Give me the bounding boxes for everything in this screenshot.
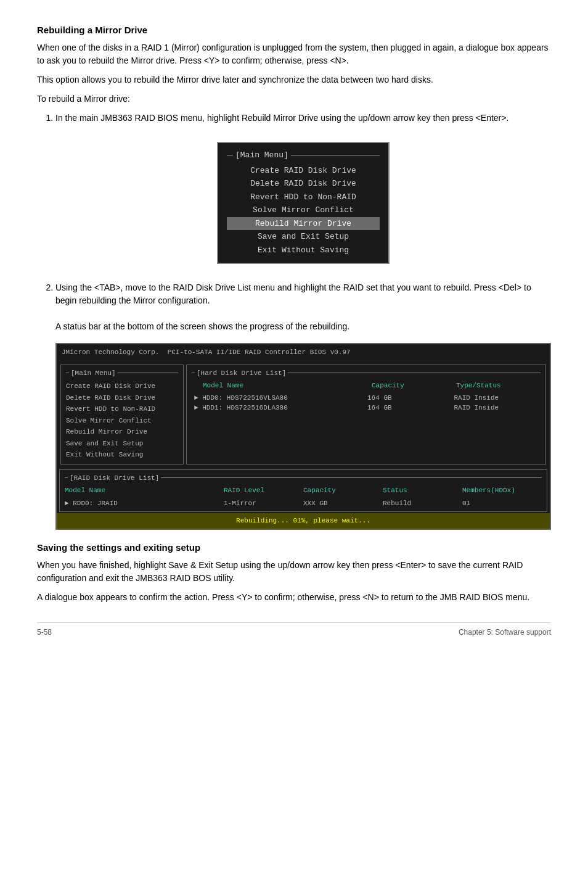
raid-list-row-0: ► RDD0: JRAID 1-Mirror XXX GB Rebuild 01 [65, 498, 542, 509]
menu-item-rebuild: Rebuild Mirror Drive [227, 217, 380, 231]
section2-container: Saving the settings and exiting setup Wh… [37, 542, 551, 604]
menu-item-exit: Exit Without Saving [227, 244, 380, 257]
menu-item-delete: Delete RAID Disk Drive [227, 177, 380, 191]
left-item-save: Save and Exit Setup [66, 438, 178, 450]
bios-header-line: JMicron Technology Corp. PCI-to-SATA II/… [57, 344, 550, 361]
section2-para2: A dialogue box appears to confirm the ac… [37, 591, 551, 604]
bios-status-bar: Rebuilding... 01%, please wait... [57, 513, 550, 529]
section1-title: Rebuilding a Mirror Drive [37, 25, 551, 35]
raid-row0-members: 01 [462, 498, 542, 509]
bios-menu-title: [Main Menu] [227, 149, 380, 162]
footer-chapter: Chapter 5: Software support [459, 628, 551, 637]
section1-para2: This option allows you to rebuild the Mi… [37, 73, 551, 86]
bios-drive-row-0: ► HDD0: HDS722516VLSA80 164 GB RAID Insi… [192, 393, 541, 403]
bios-left-panel: [Main Menu] Create RAID Disk Drive Delet… [60, 365, 184, 464]
section1-para3: To rebuild a Mirror drive: [37, 93, 551, 105]
raid-col-level: RAID Level [224, 485, 303, 496]
step1: In the main JMB363 RAID BIOS menu, highl… [55, 112, 551, 273]
col-type-status: Type/Status [456, 381, 541, 391]
raid-row0-capacity: XXX GB [303, 498, 383, 509]
drive1-name: ► HDD1: HDS722516DLA380 [194, 403, 367, 413]
bios-body: [Main Menu] Create RAID Disk Drive Delet… [57, 361, 550, 468]
drive0-name: ► HDD0: HDS722516VLSA80 [194, 393, 367, 403]
steps-list: In the main JMB363 RAID BIOS menu, highl… [55, 112, 551, 530]
left-item-revert: Revert HDD to Non-RAID [66, 403, 178, 415]
col-capacity: Capacity [372, 381, 456, 391]
drive0-status: RAID Inside [454, 393, 541, 403]
menu-item-create: Create RAID Disk Drive [227, 164, 380, 178]
raid-row0-level: 1-Mirror [224, 498, 303, 509]
menu-item-revert: Revert HDD to Non-RAID [227, 191, 380, 204]
left-item-create: Create RAID Disk Drive [66, 381, 178, 392]
raid-col-status: Status [383, 485, 462, 496]
left-item-delete: Delete RAID Disk Drive [66, 392, 178, 404]
raid-row0-status: Rebuild [383, 498, 462, 509]
bios-raid-list-title: [RAID Disk Drive List] [65, 473, 542, 484]
step2: Using the <TAB>, move to the RAID Disk D… [55, 281, 551, 530]
bios-left-title: [Main Menu] [66, 368, 178, 379]
bios-right-panel: [Hard Disk Drive List] Model Name Capaci… [186, 365, 546, 464]
drive1-status: RAID Inside [454, 403, 541, 413]
section2-para1: When you have finished, highlight Save &… [37, 559, 551, 585]
raid-col-members: Members(HDDx) [462, 485, 542, 496]
bios-full-screenshot: JMicron Technology Corp. PCI-to-SATA II/… [55, 343, 551, 530]
left-item-solve: Solve Mirror Conflict [66, 415, 178, 427]
footer-page-number: 5-58 [37, 628, 52, 637]
bios-drive-row-1: ► HDD1: HDS722516DLA380 164 GB RAID Insi… [192, 403, 541, 413]
raid-row0-name: ► RDD0: JRAID [65, 498, 224, 509]
raid-list-columns: Model Name RAID Level Capacity Status Me… [65, 485, 542, 496]
section1-para1: When one of the disks in a RAID 1 (Mirro… [37, 41, 551, 67]
section2-title: Saving the settings and exiting setup [37, 542, 551, 553]
left-item-exit: Exit Without Saving [66, 449, 178, 461]
menu-item-save: Save and Exit Setup [227, 230, 380, 244]
drive0-capacity: 164 GB [367, 393, 454, 403]
main-menu-bios-box: [Main Menu] Create RAID Disk Drive Delet… [55, 133, 551, 273]
bios-bottom-panel: [RAID Disk Drive List] Model Name RAID L… [59, 469, 547, 513]
raid-col-model: Model Name [65, 485, 224, 496]
menu-item-solve: Solve Mirror Conflict [227, 204, 380, 217]
footer: 5-58 Chapter 5: Software support [37, 622, 551, 637]
col-model-name: Model Name [203, 381, 372, 391]
raid-col-capacity: Capacity [303, 485, 383, 496]
bios-right-columns: Model Name Capacity Type/Status [192, 381, 541, 391]
bios-main-menu: [Main Menu] Create RAID Disk Drive Delet… [217, 142, 390, 264]
drive1-capacity: 164 GB [367, 403, 454, 413]
bios-right-title: [Hard Disk Drive List] [192, 368, 541, 379]
left-item-rebuild: Rebuild Mirror Drive [66, 426, 178, 438]
